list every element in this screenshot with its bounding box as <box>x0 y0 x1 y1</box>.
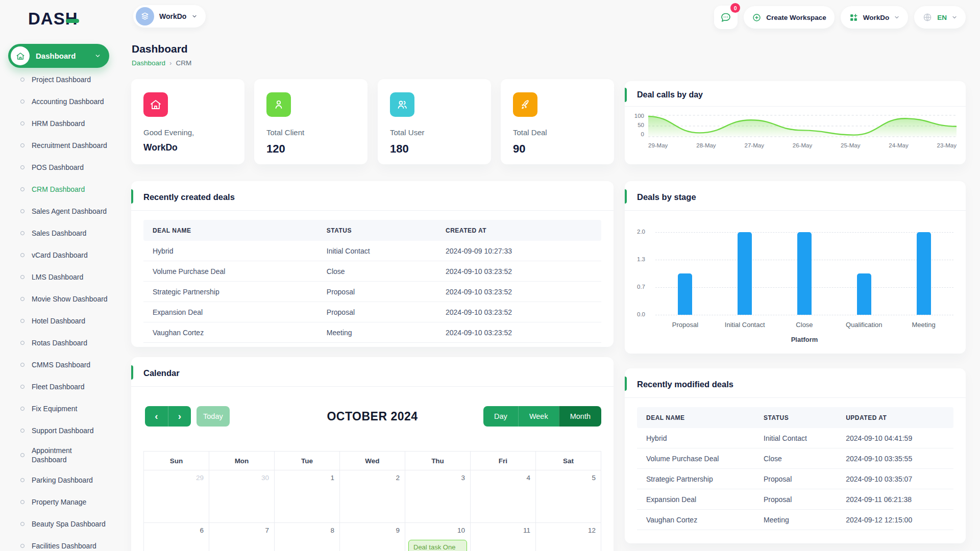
calendar-view-button[interactable]: Month <box>559 406 601 427</box>
circle-bullet-icon <box>20 275 24 279</box>
sidebar-item[interactable]: LMS Dashboard <box>8 266 126 288</box>
stat-card-total-user: Total User 180 <box>378 79 491 164</box>
calendar-day-cell[interactable]: 10 Deal task One <box>405 523 470 551</box>
calendar-day-cell[interactable]: 30 <box>209 470 274 522</box>
messages-button[interactable]: 0 <box>714 6 738 29</box>
sidebar-item[interactable]: vCard Dashboard <box>8 244 126 266</box>
label: STATUS <box>327 227 446 234</box>
brand-logo[interactable]: DASH <box>28 9 79 29</box>
calendar-day-cell[interactable]: 8 <box>275 523 339 551</box>
sidebar-item[interactable]: CRM Dashboard <box>8 178 126 200</box>
stat-icon <box>143 92 168 117</box>
deal-calls-chart: 100500 <box>629 113 957 139</box>
table-body: Hybrid Initial Contact 2024-09-09 10:27:… <box>143 241 601 343</box>
breadcrumb-current: CRM <box>176 59 191 67</box>
card-title: Deal calls by day <box>625 81 966 107</box>
calendar-day-cell[interactable]: 4 <box>471 470 535 522</box>
label: 2.0 <box>637 229 645 235</box>
table-row[interactable]: Expansion Deal Proposal 2024-09-11 06:21… <box>637 489 953 510</box>
sidebar-item[interactable]: Sales Agent Dashboard <box>8 200 126 222</box>
sidebar-item[interactable]: Support Dashboard <box>8 419 126 441</box>
sidebar-item[interactable]: Recruitment Dashboard <box>8 134 126 156</box>
account-menu-button[interactable]: WorkDo <box>841 6 909 29</box>
breadcrumb: Dashboard › CRM <box>132 59 191 67</box>
table-row[interactable]: Volume Purchase Deal Close 2024-09-10 03… <box>637 448 953 469</box>
sidebar-item[interactable]: CMMS Dashboard <box>8 354 126 375</box>
language-menu-button[interactable]: EN <box>914 6 966 29</box>
table-row[interactable]: Expansion Deal Proposal 2024-09-10 03:23… <box>143 302 601 322</box>
sidebar-item[interactable]: Property Manage <box>8 491 126 513</box>
label: Close <box>775 321 835 329</box>
breadcrumb-dashboard-link[interactable]: Dashboard <box>132 59 165 67</box>
stat-value: 90 <box>513 142 614 156</box>
calendar-view-button[interactable]: Day <box>483 406 518 427</box>
table-row[interactable]: Vaughan Cortez Meeting 2024-09-12 12:15:… <box>637 510 953 530</box>
calendar-view-button[interactable]: Week <box>518 406 559 427</box>
sidebar-item[interactable]: Parking Dashboard <box>8 469 126 491</box>
sidebar-item[interactable]: Beauty Spa Dashboard <box>8 513 126 535</box>
table-row[interactable]: Hybrid Initial Contact 2024-09-10 04:41:… <box>637 428 953 448</box>
sidebar-group-dashboard[interactable]: Dashboard <box>8 44 109 68</box>
calendar-day-number: 7 <box>265 527 269 534</box>
create-workspace-button[interactable]: Create Workspace <box>744 6 835 29</box>
label: DEAL NAME <box>637 414 764 421</box>
deals-by-stage-card: Deals by stage 2.01.30.70.0 ProposalInit… <box>625 181 966 354</box>
calendar-day-cell[interactable]: 6 <box>144 523 209 551</box>
calendar-day-cell[interactable]: 29 <box>144 470 209 522</box>
sidebar-item[interactable]: Facilities Dashboard <box>8 535 126 551</box>
sidebar-item[interactable]: Sales Dashboard <box>8 222 126 244</box>
calendar-day-cell[interactable]: 3 <box>405 470 470 522</box>
deal-name-cell: Volume Purchase Deal <box>143 267 327 276</box>
table-row[interactable]: Hybrid Initial Contact 2024-09-09 10:27:… <box>143 241 601 261</box>
calendar-weekday-header: Tue <box>275 452 339 470</box>
language-label: EN <box>937 14 947 21</box>
sidebar-item[interactable]: Hotel Dashboard <box>8 310 126 332</box>
label: 29-May <box>648 142 668 148</box>
sidebar-item[interactable]: Movie Show Dashboard <box>8 288 126 310</box>
stat-value: 180 <box>390 142 491 156</box>
calendar-day-cell[interactable]: 2 <box>340 470 405 522</box>
sidebar-item[interactable]: Accounting Dashboard <box>8 90 126 112</box>
calendar-day-cell[interactable]: 7 <box>209 523 274 551</box>
label: 27-May <box>745 142 764 148</box>
messages-badge: 0 <box>730 3 740 13</box>
table-row[interactable]: Strategic Partnership Proposal 2024-09-1… <box>637 469 953 489</box>
sidebar-item[interactable]: Rotas Dashboard <box>8 332 126 354</box>
calendar-day-cell[interactable]: 11 <box>471 523 535 551</box>
card-title: Deals by stage <box>625 181 966 211</box>
circle-bullet-icon <box>20 500 24 504</box>
calendar-event[interactable]: Deal task One <box>408 540 467 551</box>
table-row[interactable]: Volume Purchase Deal Close 2024-09-10 03… <box>143 261 601 282</box>
deal-status-cell: Meeting <box>327 329 446 337</box>
x-axis-labels: 29-May28-May27-May26-May25-May24-May23-M… <box>648 142 957 148</box>
calendar-day-cell[interactable]: 5 <box>536 470 601 522</box>
circle-bullet-icon <box>20 453 24 457</box>
table-row[interactable]: Strategic Partnership Proposal 2024-09-1… <box>143 282 601 302</box>
calendar-day-cell[interactable]: 9 <box>340 523 405 551</box>
deal-name-cell: Expansion Deal <box>143 308 327 316</box>
label: Meeting <box>894 321 953 329</box>
sidebar-item[interactable]: HRM Dashboard <box>8 112 126 134</box>
sidebar-item[interactable]: POS Dashboard <box>8 156 126 178</box>
calendar-day-number: 10 <box>457 527 465 534</box>
sidebar-item[interactable]: Fix Equipment <box>8 397 126 419</box>
calendar-day-cell[interactable]: 12 <box>536 523 601 551</box>
sidebar-nav: Project Dashboard Accounting Dashboard H… <box>8 68 126 551</box>
recently-modified-deals-card: Recently modified deals DEAL NAMESTATUSU… <box>625 368 966 543</box>
sidebar-item[interactable]: Fleet Dashboard <box>8 375 126 397</box>
grid-plus-icon <box>849 13 859 22</box>
table-row[interactable]: Vaughan Cortez Meeting 2024-09-10 03:23:… <box>143 322 601 343</box>
stage-bar-slot <box>894 232 953 315</box>
sidebar-item[interactable]: Appointment Dashboard <box>8 441 126 469</box>
sidebar-group-label: Dashboard <box>36 52 88 60</box>
sidebar-item[interactable]: Project Dashboard <box>8 68 126 90</box>
created-deals-table: DEAL NAMESTATUSCREATED AT Hybrid Initial… <box>143 220 601 343</box>
deal-status-cell: Initial Contact <box>327 247 446 255</box>
label: Proposal <box>655 321 715 329</box>
calendar-day-cell[interactable]: 1 <box>275 470 339 522</box>
crm-dashboard-app: DASH WorkDo 0 Create Workspace WorkDo EN <box>0 0 980 551</box>
workspace-selector[interactable]: WorkDo <box>133 5 206 28</box>
home-icon <box>11 46 30 65</box>
deal-calls-area <box>648 116 957 137</box>
deal-date-cell: 2024-09-10 03:35:07 <box>846 475 953 483</box>
